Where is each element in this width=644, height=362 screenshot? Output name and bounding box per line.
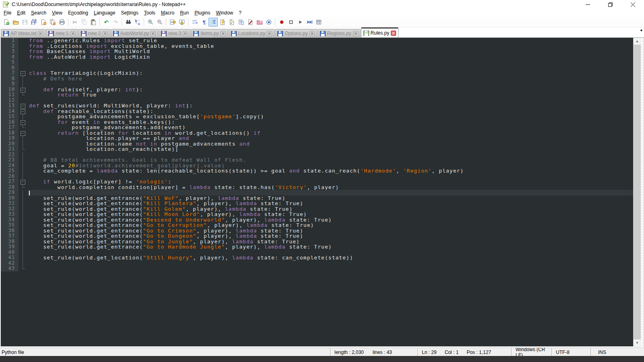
fold-collapse-icon[interactable] bbox=[19, 130, 27, 136]
code-editor[interactable]: 1from ..generic.Rules import set_rule2fr… bbox=[1, 38, 633, 346]
sync-vertical-button[interactable] bbox=[168, 18, 177, 27]
tab-ap-ideas-txt[interactable]: AP Ideas.txt bbox=[1, 29, 45, 37]
code-line-6[interactable]: 6 bbox=[1, 65, 633, 71]
tab-autoworld-py[interactable]: AutoWorld.py bbox=[111, 29, 159, 37]
code-line-19[interactable]: 19 location.player == player and bbox=[1, 136, 633, 141]
tab-regions-py[interactable]: Regions.py bbox=[318, 29, 361, 37]
save-all-button[interactable] bbox=[29, 18, 39, 27]
tab-rules-py[interactable]: Rules.py bbox=[361, 27, 399, 37]
word-wrap-button[interactable] bbox=[190, 18, 199, 27]
code-line-29[interactable]: 29 bbox=[1, 190, 633, 195]
find-button[interactable] bbox=[124, 18, 133, 27]
code-line-33[interactable]: 33 set_rule(world.get_entrance("Kill Moo… bbox=[1, 212, 633, 217]
fold-collapse-icon[interactable] bbox=[19, 179, 27, 185]
code-line-5[interactable]: 5 bbox=[1, 60, 633, 65]
tab-locations-py[interactable]: Locations.py bbox=[229, 29, 275, 37]
code-line-17[interactable]: 17 postgame_advancements.add(event) bbox=[1, 125, 633, 130]
code-line-7[interactable]: 7class TerrariaLogic(LogicMixin): bbox=[1, 70, 633, 76]
tab-scroll-left-icon[interactable]: ◄ bbox=[639, 28, 643, 32]
menu-edit[interactable]: Edit bbox=[14, 9, 28, 16]
code-line-39[interactable]: 39 set_rule(world.get_entrance("Go to Ha… bbox=[1, 244, 633, 250]
paste-button[interactable] bbox=[89, 18, 98, 27]
code-line-8[interactable]: 8 # Defs here bbox=[1, 76, 633, 82]
code-line-35[interactable]: 35 set_rule(world.get_entrance("Go to Co… bbox=[1, 222, 633, 228]
menu-window[interactable]: Window bbox=[213, 9, 236, 16]
menu-run[interactable]: Run bbox=[177, 9, 192, 16]
code-line-13[interactable]: 13def set_rules(world: MultiWorld, playe… bbox=[1, 103, 633, 109]
tab-close-icon[interactable] bbox=[151, 31, 156, 36]
code-line-1[interactable]: 1from ..generic.Rules import set_rule bbox=[1, 38, 633, 43]
code-line-14[interactable]: 14 def reachable_locations(state): bbox=[1, 109, 633, 114]
status-encoding[interactable]: UTF-8 bbox=[551, 348, 590, 356]
menu-file[interactable]: File bbox=[1, 9, 14, 16]
stop-record-button[interactable] bbox=[286, 18, 295, 27]
folder-as-workspace-button[interactable] bbox=[255, 18, 264, 27]
sync-horizontal-button[interactable] bbox=[177, 18, 186, 27]
close-button[interactable] bbox=[39, 18, 48, 27]
menu-language[interactable]: Language bbox=[91, 9, 118, 16]
record-macro-button[interactable] bbox=[277, 18, 286, 27]
fold-collapse-icon[interactable] bbox=[19, 70, 27, 76]
redo-button[interactable]: ↷ bbox=[111, 18, 120, 27]
code-line-26[interactable]: 26 bbox=[1, 174, 633, 179]
code-line-43[interactable]: 43 bbox=[1, 266, 633, 272]
zoom-in-button[interactable] bbox=[146, 18, 155, 27]
menu-settings[interactable]: Settings bbox=[118, 9, 141, 16]
code-line-36[interactable]: 36 set_rule(world.get_entrance("Go to Cr… bbox=[1, 228, 633, 234]
new-file-button[interactable] bbox=[2, 18, 11, 27]
fold-collapse-icon[interactable] bbox=[19, 87, 27, 93]
scroll-up-icon[interactable]: ▲ bbox=[634, 38, 641, 45]
minimize-button[interactable] bbox=[576, 0, 599, 9]
code-line-3[interactable]: 3from BaseClasses import MultiWorld bbox=[1, 49, 633, 54]
code-line-37[interactable]: 37 set_rule(world.get_entrance("Go to Du… bbox=[1, 233, 633, 239]
open-file-button[interactable] bbox=[11, 18, 20, 27]
document-map-button[interactable] bbox=[227, 18, 236, 27]
code-line-4[interactable]: 4from ..AutoWorld import LogicMixin bbox=[1, 54, 633, 60]
code-line-11[interactable]: 11 return True bbox=[1, 92, 633, 98]
function-list-button[interactable] bbox=[236, 18, 246, 27]
tab-items-py[interactable]: Items.py bbox=[191, 29, 228, 37]
define-language-button[interactable] bbox=[218, 18, 227, 27]
code-line-41[interactable]: 41 set_rule(world.get_location("Still Hu… bbox=[1, 255, 633, 261]
tab-new-2[interactable]: new 2 bbox=[78, 29, 110, 37]
code-line-10[interactable]: 10 def rule(self, player: int): bbox=[1, 87, 633, 93]
fold-collapse-icon[interactable] bbox=[19, 103, 27, 109]
status-typing-mode[interactable]: INS bbox=[590, 348, 644, 356]
close-all-button[interactable] bbox=[48, 18, 57, 27]
replace-button[interactable]: ba bbox=[133, 18, 142, 27]
code-line-12[interactable]: 12 bbox=[1, 98, 633, 103]
tab-close-icon[interactable] bbox=[310, 31, 315, 36]
code-line-28[interactable]: 28 world.completion_condition[player] = … bbox=[1, 185, 633, 190]
code-line-20[interactable]: 20 location.name not in postgame_advance… bbox=[1, 141, 633, 147]
tab-close-icon[interactable] bbox=[267, 31, 272, 36]
tab-new-1[interactable]: new 1 bbox=[46, 29, 78, 37]
code-line-22[interactable]: 22 bbox=[1, 152, 633, 158]
menu-macro[interactable]: Macro bbox=[158, 9, 177, 16]
indent-guide-button[interactable] bbox=[208, 18, 218, 27]
doc-switcher-button[interactable] bbox=[246, 18, 255, 27]
undo-button[interactable]: ↶ bbox=[101, 18, 111, 27]
scrollbar-thumb[interactable] bbox=[634, 45, 641, 339]
close-window-button[interactable] bbox=[621, 0, 644, 9]
tab-close-icon[interactable] bbox=[183, 31, 188, 36]
tab-close-icon[interactable] bbox=[38, 31, 43, 36]
menu-help[interactable]: ? bbox=[236, 9, 244, 16]
show-all-chars-button[interactable]: ¶ bbox=[199, 18, 208, 27]
print-button[interactable] bbox=[57, 18, 66, 27]
tab-options-py[interactable]: Options.py bbox=[275, 29, 317, 37]
code-line-18[interactable]: 18 return [location for location in worl… bbox=[1, 130, 633, 136]
tab-new-3[interactable]: new 3 bbox=[159, 29, 190, 37]
save-macro-button[interactable] bbox=[314, 18, 323, 27]
save-button[interactable] bbox=[20, 18, 29, 27]
status-eol-format[interactable]: Windows (CR LF) bbox=[511, 348, 551, 356]
tab-close-icon[interactable] bbox=[103, 31, 108, 36]
code-line-34[interactable]: 34 set_rule(world.get_entrance("Descend … bbox=[1, 217, 633, 223]
tab-close-icon[interactable] bbox=[353, 31, 358, 36]
menu-tools[interactable]: Tools bbox=[141, 9, 158, 16]
code-line-40[interactable]: 40 bbox=[1, 250, 633, 255]
restore-button[interactable] bbox=[599, 0, 621, 9]
cut-button[interactable]: ✂ bbox=[70, 18, 79, 27]
code-line-38[interactable]: 38 set_rule(world.get_entrance("Go to Ju… bbox=[1, 239, 633, 245]
code-line-30[interactable]: 30 set_rule(world.get_entrance("Kill WoF… bbox=[1, 195, 633, 201]
code-line-15[interactable]: 15 postgame_advancements = exclusion_tab… bbox=[1, 114, 633, 119]
